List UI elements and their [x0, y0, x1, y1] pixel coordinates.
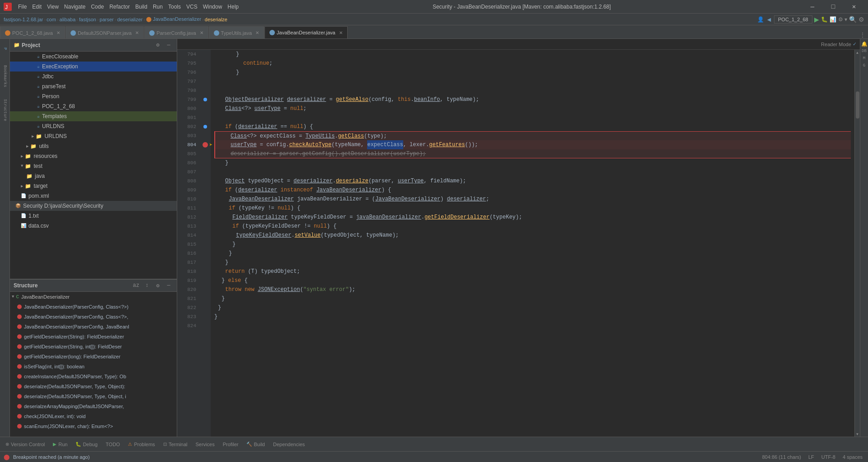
structure-item-constructor3[interactable]: JavaBeanDeserializer(ParserConfig, JavaB… [10, 322, 177, 332]
scroll-thumb[interactable] [856, 91, 859, 119]
lf-indicator[interactable]: LF [807, 454, 816, 460]
menu-code[interactable]: Code [88, 3, 107, 11]
structure-sort-visibility[interactable]: ↕ [142, 281, 151, 290]
database-icon[interactable]: DB [861, 48, 868, 54]
menu-file[interactable]: File [15, 3, 29, 11]
breadcrumb-method[interactable]: deserialze [205, 17, 227, 22]
tab-poc[interactable]: POC_1_2_68.java ✕ [0, 26, 65, 39]
bottom-tab-terminal[interactable]: ⊡ Terminal [160, 440, 191, 449]
more-run-options[interactable]: ⚙ ▾ [838, 16, 847, 23]
gutter-804-breakpoint[interactable]: ➤ [200, 140, 211, 149]
structure-item-deserialze1[interactable]: deserialze(DefaultJSONParser, Type, Obje… [10, 381, 177, 391]
tab-parserconfig[interactable]: ParserConfig.java ✕ [144, 26, 208, 39]
menu-run[interactable]: Run [150, 3, 165, 11]
breadcrumb-class[interactable]: ⬤ JavaBeanDeserializer [146, 16, 201, 22]
menu-window[interactable]: Window [200, 3, 225, 11]
bottom-tab-profiler[interactable]: Profiler [219, 440, 242, 449]
code-editor[interactable]: } continue; } ObjectDeserializer deseria… [211, 50, 854, 437]
structure-item-class[interactable]: ▼ C JavaBeanDeserializer [10, 292, 177, 302]
position-indicator[interactable]: 804:86 (11 chars) [760, 454, 803, 460]
close-button[interactable]: ✕ [844, 0, 864, 14]
structure-item-scanenum[interactable]: scanEnum(JSONLexer, char): Enum<?> [10, 421, 177, 431]
bottom-tab-dependencies[interactable]: Dependencies [269, 440, 308, 449]
structure-item-deserialze2[interactable]: deserialze(DefaultJSONParser, Type, Obje… [10, 391, 177, 401]
structure-item-issetflag[interactable]: isSetFlag(int, int[]): boolean [10, 362, 177, 372]
tab-close-poc[interactable]: ✕ [57, 30, 60, 35]
tab-close-javabean[interactable]: ✕ [339, 30, 343, 35]
structure-item-check[interactable]: check(JSONLexer, int): void [10, 411, 177, 421]
tree-item-pom[interactable]: 📄 pom.xml [10, 191, 177, 201]
bottom-tab-build[interactable]: 🔨 Build [243, 440, 268, 449]
breadcrumb-parser[interactable]: parser [99, 17, 113, 22]
structure-item-createinstance[interactable]: createInstance(DefaultJSONParser, Type):… [10, 372, 177, 381]
tree-item-resources[interactable]: ▶ 📁 resources [10, 151, 177, 161]
indent-indicator[interactable]: 4 spaces [841, 454, 864, 460]
tab-close-default[interactable]: ✕ [135, 30, 139, 35]
structure-item-getfield1[interactable]: getFieldDeserializer(String): FieldDeser… [10, 332, 177, 342]
coverage-button[interactable]: 📊 [830, 16, 836, 23]
tree-item-datacsv[interactable]: 📊 data.csv [10, 221, 177, 231]
bottom-tab-run[interactable]: ▶ Run [49, 440, 71, 449]
debug-button[interactable]: 🐛 [821, 16, 828, 23]
bottom-tab-versioncontrol[interactable]: ⊗ Version Control [2, 440, 48, 449]
tree-item-urldns-folder[interactable]: ▶ 📁 URLDNS [10, 131, 177, 141]
tree-item-security[interactable]: 📦 Security D:\java\Security\Security [10, 201, 177, 211]
tab-close-parser[interactable]: ✕ [200, 30, 203, 35]
tree-item-parsetest[interactable]: ☕ parseTest [10, 81, 177, 91]
menu-vcs[interactable]: VCS [184, 3, 200, 11]
tab-close-typeutils[interactable]: ✕ [255, 30, 259, 35]
breadcrumb-fastjson[interactable]: fastjson [79, 17, 96, 22]
menu-edit[interactable]: Edit [29, 3, 44, 11]
tree-item-utils[interactable]: ▶ 📁 utils [10, 141, 177, 151]
structure-item-getfield3[interactable]: getFieldDeserializer(long): FieldDeseria… [10, 352, 177, 362]
tree-item-urldns[interactable]: ☕ URLDNS [10, 121, 177, 131]
vcs-icon[interactable]: 👤 [757, 16, 764, 23]
tree-item-templates[interactable]: ☕ Templates [10, 111, 177, 121]
structure-label[interactable]: Structure [0, 94, 9, 126]
tree-item-execexception[interactable]: ☕ ExecException [10, 62, 177, 71]
bottom-tab-todo[interactable]: TODO [102, 440, 124, 449]
reader-mode-check[interactable]: ✓ [853, 41, 856, 48]
menu-build[interactable]: Build [132, 3, 150, 11]
tree-item-java[interactable]: 📁 java [10, 171, 177, 181]
menu-view[interactable]: View [44, 3, 61, 11]
breadcrumb-jar[interactable]: fastjson-1.2.68.jar [4, 17, 43, 22]
search-everywhere[interactable]: 🔍 [849, 16, 857, 23]
panel-collapse[interactable]: — [164, 41, 173, 50]
tab-overflow[interactable]: ⋮ [857, 32, 868, 38]
encoding-indicator[interactable]: UTF-8 [820, 454, 837, 460]
settings-icon[interactable]: ⚙ [859, 16, 864, 23]
structure-close[interactable]: — [164, 281, 173, 290]
structure-item-constructor1[interactable]: JavaBeanDeserializer(ParserConfig, Class… [10, 302, 177, 312]
tab-typeutils[interactable]: TypeUtils.java ✕ [209, 26, 264, 39]
structure-sort-alpha[interactable]: az [132, 281, 141, 290]
tree-item-poc[interactable]: ☕ POC_1_2_68 [10, 101, 177, 111]
menu-tools[interactable]: Tools [165, 3, 184, 11]
menu-refactor[interactable]: Refactor [107, 3, 132, 11]
structure-item-constructor2[interactable]: JavaBeanDeserializer(ParserConfig, Class… [10, 312, 177, 322]
tree-item-execclose[interactable]: ☕ ExecCloseable [10, 52, 177, 62]
tree-item-jdbc[interactable]: ☕ Jdbc [10, 71, 177, 81]
branch-selector[interactable]: POC_1_2_68 [774, 15, 812, 24]
run-button[interactable]: ▶ [814, 16, 819, 23]
scroll-up-arrow[interactable]: ▲ [856, 50, 859, 55]
maven-icon[interactable]: M [861, 55, 868, 62]
breadcrumb-alibaba[interactable]: alibaba [60, 17, 75, 22]
structure-item-deserialzearray[interactable]: deserialzeArrayMapping(DefaultJSONParser… [10, 401, 177, 411]
tree-item-test[interactable]: ▼ 📁 test [10, 161, 177, 171]
panel-settings[interactable]: ⚙ [153, 41, 162, 50]
back-icon[interactable]: ◄ [766, 16, 772, 23]
bottom-tab-problems[interactable]: ⚠ Problems [124, 440, 158, 449]
tree-item-person[interactable]: ☕ Person [10, 91, 177, 101]
notifications-icon[interactable]: 🔔 [861, 41, 868, 47]
bookmarks-label[interactable]: Bookmarks [0, 58, 9, 94]
structure-settings[interactable]: ⚙ [153, 281, 162, 290]
scroll-down-arrow[interactable]: ▼ [856, 431, 859, 437]
bottom-tab-debug[interactable]: 🐛 Debug [72, 440, 101, 449]
menu-help[interactable]: Help [225, 3, 241, 11]
gradle-icon[interactable]: G [861, 62, 868, 69]
bottom-tab-services[interactable]: Services [192, 440, 218, 449]
project-icon[interactable]: P [0, 40, 9, 58]
menu-navigate[interactable]: Navigate [61, 3, 88, 11]
maximize-button[interactable]: □ [823, 0, 844, 14]
